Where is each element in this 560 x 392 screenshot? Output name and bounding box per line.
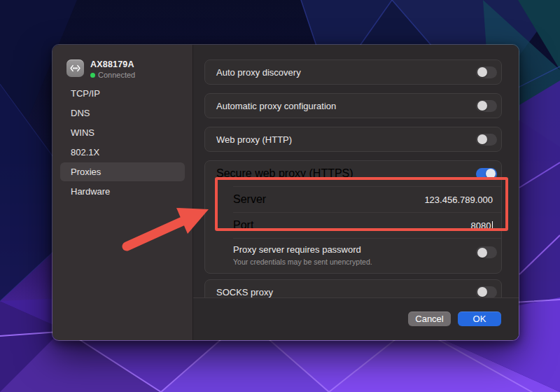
toggle-knob (477, 134, 487, 144)
proxy-password-text: Proxy server requires password Your cred… (233, 244, 372, 267)
proxy-server-input[interactable]: 123.456.789.000 (424, 195, 493, 205)
sidebar-item-proxies[interactable]: Proxies (60, 162, 185, 181)
proxy-port-input[interactable]: 8080 (471, 219, 493, 232)
sidebar: AX88179A Connected TCP/IP DNS WINS 802.1… (52, 45, 193, 340)
secure-web-proxy-label: Secure web proxy (HTTPS) (216, 167, 354, 180)
secure-web-proxy-card: Secure web proxy (HTTPS) Server 123.456.… (204, 160, 502, 274)
auto-proxy-config-card: Automatic proxy configuration (204, 93, 502, 118)
text-cursor (492, 221, 493, 230)
device-meta: AX88179A Connected (90, 59, 135, 80)
toggle-knob (477, 287, 487, 297)
proxy-password-row: Proxy server requires password Your cred… (205, 239, 501, 273)
secure-web-proxy-toggle[interactable] (476, 168, 497, 180)
auto-proxy-config-row: Automatic proxy configuration (205, 94, 501, 118)
dialog-footer: Cancel OK (193, 298, 519, 340)
proxy-port-value: 8080 (471, 220, 491, 231)
cancel-button[interactable]: Cancel (408, 312, 451, 326)
secure-web-proxy-row: Secure web proxy (HTTPS) (205, 161, 501, 186)
toggle-knob (477, 248, 487, 258)
device-header: AX88179A Connected (66, 59, 186, 77)
web-proxy-http-label: Web proxy (HTTP) (216, 134, 292, 145)
socks-proxy-label: SOCKS proxy (216, 287, 273, 298)
sidebar-item-8021x[interactable]: 802.1X (60, 143, 185, 162)
toggle-knob (477, 67, 487, 77)
web-proxy-http-card: Web proxy (HTTP) (204, 127, 502, 152)
proxy-port-row: Port 8080 (205, 213, 501, 238)
device-name: AX88179A (90, 60, 135, 69)
ok-button[interactable]: OK (458, 312, 501, 326)
proxies-scroll-area[interactable]: Auto proxy discovery Automatic proxy con… (193, 45, 519, 298)
toggle-knob (486, 169, 496, 178)
sidebar-item-tcpip[interactable]: TCP/IP (60, 84, 185, 103)
sidebar-item-label: WINS (71, 127, 94, 138)
sidebar-item-dns[interactable]: DNS (60, 104, 185, 122)
proxy-password-note: Your credentials may be sent unencrypted… (233, 258, 372, 267)
proxy-port-label: Port (233, 219, 253, 232)
auto-proxy-discovery-label: Auto proxy discovery (216, 67, 301, 78)
auto-proxy-config-label: Automatic proxy configuration (216, 101, 336, 111)
auto-proxy-config-toggle[interactable] (476, 100, 497, 112)
proxy-server-row: Server 123.456.789.000 (205, 187, 501, 212)
sidebar-item-label: Proxies (71, 167, 101, 177)
proxies-panel: Auto proxy discovery Automatic proxy con… (193, 45, 519, 340)
proxy-password-toggle[interactable] (476, 246, 497, 258)
proxy-password-label: Proxy server requires password (233, 244, 372, 255)
sidebar-item-hardware[interactable]: Hardware (60, 182, 185, 201)
device-status: Connected (90, 71, 135, 80)
proxy-server-label: Server (233, 193, 266, 206)
network-settings-window: AX88179A Connected TCP/IP DNS WINS 802.1… (52, 44, 519, 341)
connected-status-dot (90, 73, 95, 78)
socks-proxy-row: SOCKS proxy (205, 280, 501, 298)
auto-proxy-discovery-toggle[interactable] (476, 66, 497, 78)
sidebar-item-wins[interactable]: WINS (60, 123, 185, 142)
sidebar-item-label: TCP/IP (71, 88, 100, 99)
web-proxy-http-toggle[interactable] (476, 134, 497, 146)
auto-proxy-discovery-card: Auto proxy discovery (204, 59, 502, 85)
connected-status-label: Connected (98, 71, 135, 80)
web-proxy-http-row: Web proxy (HTTP) (205, 127, 501, 151)
sidebar-item-label: DNS (71, 108, 90, 118)
sidebar-item-label: 802.1X (71, 147, 99, 158)
sidebar-nav: TCP/IP DNS WINS 802.1X Proxies Hardware (60, 84, 185, 201)
toggle-knob (477, 101, 487, 111)
ethernet-adapter-icon (66, 59, 84, 77)
sidebar-item-label: Hardware (71, 186, 110, 197)
screen: AX88179A Connected TCP/IP DNS WINS 802.1… (0, 0, 560, 392)
auto-proxy-discovery-row: Auto proxy discovery (205, 60, 501, 84)
socks-proxy-toggle[interactable] (476, 286, 497, 298)
socks-proxy-card: SOCKS proxy (204, 279, 502, 298)
